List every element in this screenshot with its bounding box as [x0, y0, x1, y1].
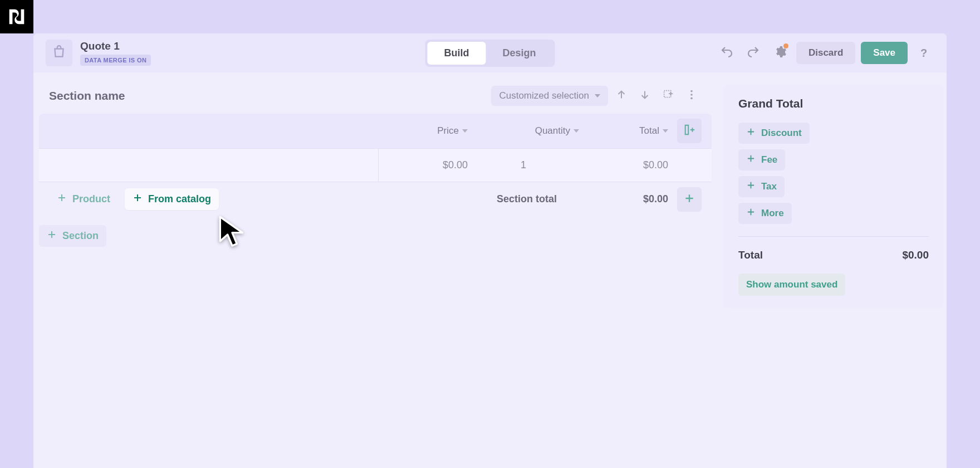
add-column-icon — [683, 124, 695, 138]
line-item-quantity[interactable]: 1 — [468, 159, 579, 171]
table-footer: Product From catalog Section total $0.00 — [39, 182, 712, 216]
undo-icon — [720, 45, 733, 61]
add-discount-button[interactable]: Discount — [738, 123, 810, 144]
undo-button[interactable] — [716, 42, 737, 64]
section-total-label: Section total — [497, 193, 557, 205]
column-header-price[interactable]: Price — [379, 125, 468, 136]
line-item-name-cell[interactable] — [49, 149, 379, 182]
caret-down-icon — [462, 129, 468, 133]
selection-mode-dropdown[interactable]: Customized selection — [491, 86, 608, 106]
side-pane: Grand Total Discount Fee Tax — [724, 85, 947, 308]
app-window: Quote 1 DATA MERGE IS ON Build Design — [33, 33, 947, 468]
add-from-catalog-button[interactable]: From catalog — [125, 188, 219, 210]
add-fee-label: Fee — [761, 154, 777, 165]
plus-icon — [746, 207, 756, 220]
add-discount-label: Discount — [761, 128, 802, 139]
add-product-button[interactable]: Product — [49, 188, 118, 210]
quote-meta: Quote 1 DATA MERGE IS ON — [80, 40, 151, 66]
show-amount-saved-button[interactable]: Show amount saved — [738, 274, 845, 296]
move-section-up-button[interactable] — [611, 86, 631, 106]
plus-icon — [57, 193, 67, 206]
discard-button[interactable]: Discard — [796, 42, 855, 64]
section-title[interactable]: Section name — [49, 89, 125, 103]
grand-total-card: Grand Total Discount Fee Tax — [724, 85, 943, 308]
svg-rect-4 — [685, 125, 689, 135]
grand-total-title: Grand Total — [738, 97, 929, 110]
column-header-quantity-label: Quantity — [535, 125, 570, 136]
svg-point-1 — [690, 90, 693, 92]
grand-total-value: $0.00 — [902, 249, 929, 261]
quote-icon-box — [46, 40, 72, 66]
plus-icon — [746, 127, 756, 139]
duplicate-icon — [662, 89, 674, 103]
add-tax-label: Tax — [761, 181, 777, 192]
add-more-label: More — [761, 208, 784, 219]
line-item-price[interactable]: $0.00 — [379, 159, 468, 171]
column-header-price-label: Price — [437, 125, 459, 136]
table-header: Price Quantity Total — [39, 114, 712, 148]
quote-table: Price Quantity Total — [39, 114, 712, 216]
plus-icon — [133, 193, 143, 206]
header-right: Discard Save ? — [716, 42, 934, 64]
quote-title: Quote 1 — [80, 40, 151, 52]
add-section-button[interactable]: Section — [39, 225, 106, 247]
move-section-down-button[interactable] — [635, 86, 655, 106]
column-header-total[interactable]: Total — [579, 125, 668, 136]
help-button[interactable]: ? — [913, 42, 934, 64]
mode-toggle: Build Design — [425, 40, 555, 67]
svg-point-2 — [690, 94, 693, 96]
caret-down-icon — [574, 129, 579, 133]
more-vertical-icon — [685, 89, 698, 103]
plus-icon — [684, 193, 695, 206]
save-button[interactable]: Save — [861, 42, 908, 64]
data-merge-badge: DATA MERGE IS ON — [80, 55, 151, 66]
main-pane: Section name Customized selection — [33, 85, 724, 308]
section-total-value: $0.00 — [557, 193, 668, 205]
add-fee-button[interactable]: Fee — [738, 149, 785, 170]
arrow-up-icon — [615, 89, 628, 103]
add-line-adjustment-button[interactable] — [677, 187, 702, 212]
column-header-total-label: Total — [639, 125, 659, 136]
redo-button[interactable] — [743, 42, 764, 64]
add-section-row: Section — [39, 225, 712, 247]
line-item-total: $0.00 — [579, 159, 668, 171]
add-section-label: Section — [62, 230, 99, 242]
redo-icon — [747, 45, 760, 61]
add-tax-button[interactable]: Tax — [738, 176, 785, 197]
table-row[interactable]: $0.00 1 $0.00 — [39, 148, 712, 182]
header-bar: Quote 1 DATA MERGE IS ON Build Design — [33, 33, 947, 72]
selection-mode-label: Customized selection — [499, 90, 589, 101]
plus-icon — [746, 181, 756, 193]
brand-logo — [0, 0, 33, 33]
caret-down-icon — [663, 129, 668, 133]
settings-button[interactable] — [770, 42, 791, 64]
add-from-catalog-label: From catalog — [148, 193, 211, 205]
svg-point-3 — [690, 98, 693, 100]
duplicate-section-button[interactable] — [658, 86, 678, 106]
add-column-button[interactable] — [677, 119, 702, 143]
notification-dot-icon — [783, 43, 788, 48]
arrow-down-icon — [639, 89, 651, 103]
column-header-quantity[interactable]: Quantity — [468, 125, 579, 136]
tab-design[interactable]: Design — [486, 42, 552, 65]
add-product-label: Product — [72, 193, 110, 205]
tab-build[interactable]: Build — [427, 42, 486, 65]
plus-icon — [47, 230, 57, 242]
plus-icon — [746, 154, 756, 166]
grand-total-row: Total $0.00 — [738, 249, 929, 261]
section-more-button[interactable] — [682, 86, 702, 106]
grand-total-label: Total — [738, 249, 763, 261]
section-header: Section name Customized selection — [39, 85, 712, 107]
chevron-down-icon — [595, 94, 600, 98]
add-more-button[interactable]: More — [738, 203, 792, 224]
shopping-bag-icon — [52, 45, 66, 61]
